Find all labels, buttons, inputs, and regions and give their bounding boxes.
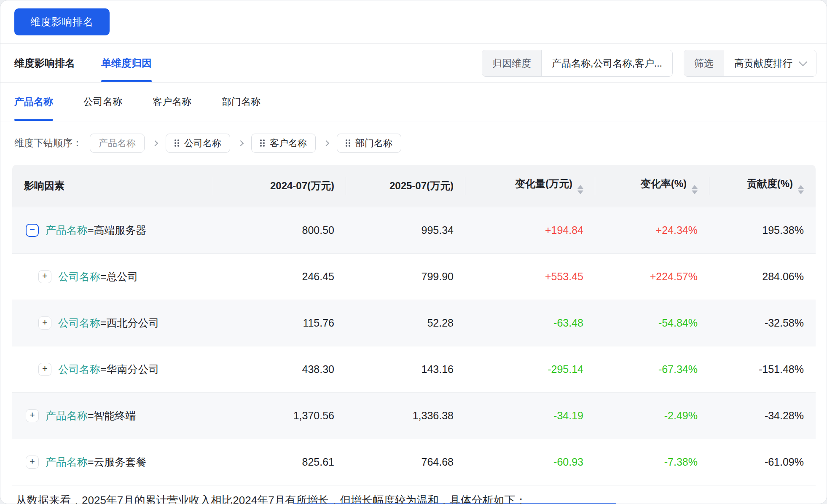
change-amount: -34.19 — [465, 392, 595, 439]
sort-icon[interactable] — [692, 185, 698, 194]
change-rate: -7.38% — [595, 439, 709, 485]
contribution: 195.38% — [709, 207, 816, 253]
subtab-label: 产品名称 — [14, 95, 53, 108]
filter-label: 筛选 — [684, 50, 724, 76]
column-header-impact-factor: 影响因素 — [12, 165, 213, 207]
value-2025: 1,336.38 — [346, 392, 465, 439]
value-2024: 800.50 — [213, 207, 346, 253]
dimension-value: 智能终端 — [94, 409, 136, 423]
column-header-label: 变化量(万元) — [515, 178, 572, 189]
change-rate: -54.84% — [595, 300, 709, 346]
expand-icon[interactable]: + — [38, 270, 51, 283]
contribution: -32.58% — [709, 300, 816, 346]
value-2025: 143.16 — [346, 346, 465, 392]
analysis-summary: 从数据来看，2025年7月的累计营业收入相比2024年7月有所增长，但增长幅度较… — [0, 485, 827, 504]
main-tab-bar: 维度影响排名 单维度归因 归因维度 产品名称,公司名称,客户... 筛选 高贡献… — [0, 44, 827, 83]
collapse-icon[interactable]: − — [26, 224, 39, 237]
drilldown-chip-customer-name[interactable]: 客户名称 — [251, 134, 316, 153]
attribution-dimension-control: 归因维度 产品名称,公司名称,客户... — [482, 50, 673, 77]
attribution-table: 影响因素 2024-07(万元) 2025-07(万元) 变化量(万元) 变化率… — [12, 165, 815, 485]
change-rate: -2.49% — [595, 392, 709, 439]
column-header-2024-07: 2024-07(万元) — [213, 165, 346, 207]
active-subtab-underline — [14, 119, 53, 121]
change-rate: +224.57% — [595, 253, 709, 300]
filter-select[interactable]: 高贡献度排行 — [724, 50, 816, 76]
expand-icon[interactable]: + — [38, 316, 51, 330]
dimension-value: 云服务套餐 — [94, 455, 147, 469]
contribution: -61.09% — [709, 439, 816, 485]
value-2024: 438.30 — [213, 346, 346, 392]
change-amount: -60.93 — [465, 439, 595, 485]
value-2025: 52.28 — [346, 300, 465, 346]
dimension-name: 公司名称 — [58, 362, 100, 376]
table-row: + 公司名称=华南分公司 438.30 143.16 -295.14 -67.3… — [12, 346, 816, 392]
change-amount: -295.14 — [465, 346, 595, 392]
drilldown-chip-product-name: 产品名称 — [90, 134, 145, 153]
drag-handle-icon — [346, 139, 350, 147]
expand-icon[interactable]: + — [26, 409, 39, 422]
value-2024: 115.76 — [213, 300, 346, 346]
sort-icon[interactable] — [798, 185, 804, 194]
value-2025: 995.34 — [346, 207, 465, 253]
dimension-value: 西北分公司 — [107, 316, 159, 330]
change-amount: +194.84 — [465, 207, 595, 253]
attribution-dimension-label: 归因维度 — [482, 50, 542, 76]
toolbar: 维度影响排名 — [0, 0, 827, 44]
table-row: + 产品名称=智能终端 1,370.56 1,336.38 -34.19 -2.… — [12, 392, 816, 439]
tab-dimension-impact-ranking[interactable]: 维度影响排名 — [14, 44, 75, 82]
dimension-value: 华南分公司 — [107, 362, 159, 376]
dimension-tab-customer-name[interactable]: 客户名称 — [153, 83, 191, 121]
equals-sign: = — [100, 271, 107, 283]
expand-icon[interactable]: + — [38, 363, 51, 376]
subtab-label: 公司名称 — [83, 95, 122, 108]
table-header-row: 影响因素 2024-07(万元) 2025-07(万元) 变化量(万元) 变化率… — [12, 165, 816, 207]
column-header-change-amount[interactable]: 变化量(万元) — [465, 165, 595, 207]
dimension-tab-department-name[interactable]: 部门名称 — [222, 83, 260, 121]
table-row: + 公司名称=总公司 246.45 799.90 +553.45 +224.57… — [12, 253, 816, 300]
column-header-label: 贡献度(%) — [747, 178, 793, 189]
subtab-label: 部门名称 — [222, 95, 260, 108]
dimension-tab-company-name[interactable]: 公司名称 — [83, 83, 122, 121]
header-controls: 归因维度 产品名称,公司名称,客户... 筛选 高贡献度排行 — [482, 50, 816, 77]
dimension-value: 高端服务器 — [94, 223, 147, 237]
table-row: + 产品名称=云服务套餐 825.61 764.68 -60.93 -7.38%… — [12, 439, 816, 485]
column-header-contribution[interactable]: 贡献度(%) — [709, 165, 816, 207]
value-2025: 764.68 — [346, 439, 465, 485]
chip-label: 部门名称 — [355, 137, 392, 150]
dimension-impact-ranking-button[interactable]: 维度影响排名 — [14, 8, 110, 35]
expand-icon[interactable]: + — [26, 456, 39, 469]
dimension-name: 产品名称 — [46, 409, 88, 423]
tab-single-dimension-attribution[interactable]: 单维度归因 — [101, 44, 152, 82]
active-tab-underline — [101, 80, 152, 82]
dimension-name: 产品名称 — [46, 455, 88, 469]
chevron-right-icon — [238, 140, 244, 146]
column-header-change-rate[interactable]: 变化率(%) — [595, 165, 709, 207]
dimension-name: 产品名称 — [46, 223, 88, 237]
chevron-right-icon — [152, 140, 158, 146]
equals-sign: = — [100, 363, 107, 375]
analysis-summary-text: 从数据来看，2025年7月的累计营业收入相比2024年7月有所增长，但增长幅度较… — [16, 492, 814, 504]
attribution-dimension-value[interactable]: 产品名称,公司名称,客户... — [542, 50, 672, 76]
drilldown-chip-company-name[interactable]: 公司名称 — [166, 134, 230, 153]
contribution: 284.06% — [709, 253, 816, 300]
dimension-tab-product-name[interactable]: 产品名称 — [14, 83, 53, 121]
drilldown-order-label: 维度下钻顺序： — [14, 137, 82, 150]
drilldown-order-bar: 维度下钻顺序： 产品名称 公司名称 客户名称 部门名称 — [0, 121, 827, 165]
dimension-name: 公司名称 — [58, 270, 100, 284]
equals-sign: = — [88, 456, 94, 468]
drag-handle-icon — [260, 139, 265, 147]
subtab-label: 客户名称 — [153, 95, 191, 108]
change-amount: -63.48 — [465, 300, 595, 346]
equals-sign: = — [100, 317, 107, 329]
drilldown-chip-department-name[interactable]: 部门名称 — [337, 134, 401, 153]
contribution: -34.28% — [709, 392, 816, 439]
table-row: + 公司名称=西北分公司 115.76 52.28 -63.48 -54.84%… — [12, 300, 816, 346]
filter-control: 筛选 高贡献度排行 — [684, 50, 816, 77]
chip-label: 公司名称 — [184, 137, 221, 150]
tab-label: 维度影响排名 — [14, 56, 75, 70]
value-2025: 799.90 — [346, 253, 465, 300]
equals-sign: = — [88, 224, 94, 236]
sort-icon[interactable] — [577, 185, 583, 194]
table-row: − 产品名称=高端服务器 800.50 995.34 +194.84 +24.3… — [12, 207, 816, 253]
value-2024: 1,370.56 — [213, 392, 346, 439]
